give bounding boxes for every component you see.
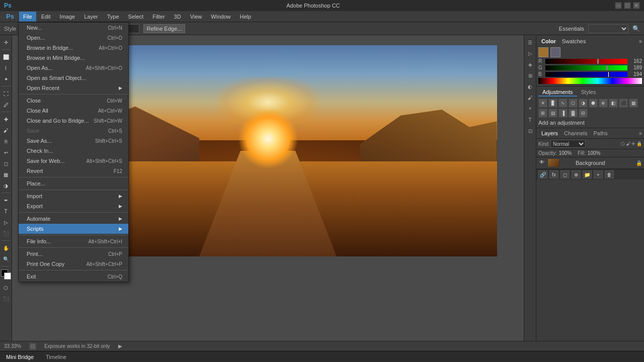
- menu-file-info[interactable]: File Info... Alt+Shift+Ctrl+I: [19, 236, 128, 246]
- menu-print[interactable]: Print... Ctrl+P: [19, 249, 128, 259]
- doc-size-icon[interactable]: □: [29, 343, 36, 350]
- menu-open-smart[interactable]: Open as Smart Object...: [19, 73, 128, 83]
- menu-view[interactable]: View: [186, 12, 206, 22]
- lock-all-icon[interactable]: 🔒: [636, 141, 642, 146]
- eyedropper-tool[interactable]: 🖉: [1, 100, 11, 110]
- color-spectrum[interactable]: [538, 78, 642, 84]
- lasso-tool[interactable]: ⌇: [1, 63, 11, 73]
- spot-heal-tool[interactable]: ✚: [1, 114, 11, 124]
- menu-open-recent[interactable]: Open Recent ▶: [19, 83, 128, 93]
- lock-position-icon[interactable]: ✛: [631, 141, 635, 146]
- adj-vibrance[interactable]: ◑: [579, 99, 588, 108]
- panel-icon-9[interactable]: ⊡: [525, 126, 535, 136]
- new-layer-btn[interactable]: +: [594, 170, 603, 178]
- menu-image[interactable]: Image: [56, 12, 79, 22]
- menu-close-all[interactable]: Close All Alt+Ctrl+W: [19, 106, 128, 116]
- panel-icon-2[interactable]: ▷: [525, 48, 535, 58]
- crop-tool[interactable]: ⛶: [1, 88, 11, 99]
- menu-filter[interactable]: Filter: [148, 12, 169, 22]
- gradient-tool[interactable]: ▦: [1, 169, 11, 179]
- menu-open[interactable]: Open... Ctrl+O: [19, 33, 128, 43]
- refine-edge-button[interactable]: Refine Edge...: [143, 24, 186, 33]
- color-tab[interactable]: Color: [538, 37, 559, 45]
- panel-icon-8[interactable]: T: [525, 115, 535, 125]
- dodge-tool[interactable]: ◑: [1, 180, 11, 191]
- panel-icon-3[interactable]: ◈: [525, 59, 535, 69]
- menu-type[interactable]: Type: [103, 12, 123, 22]
- adj-photo[interactable]: ⬛: [619, 99, 628, 108]
- opacity-value[interactable]: 100%: [559, 150, 572, 156]
- background-color[interactable]: [4, 273, 11, 280]
- lock-image-icon[interactable]: 🖌: [626, 141, 630, 146]
- adj-exposure[interactable]: ⬡: [569, 99, 578, 108]
- lock-transparent-icon[interactable]: ⬡: [621, 141, 625, 146]
- minimize-button[interactable]: –: [615, 2, 622, 9]
- adj-invert[interactable]: ⊞: [538, 109, 547, 118]
- clone-tool[interactable]: ⎘: [1, 136, 11, 146]
- add-mask-btn[interactable]: ◻: [560, 170, 570, 178]
- menu-import[interactable]: Import ▶: [19, 191, 128, 201]
- close-button[interactable]: ✕: [633, 2, 640, 9]
- panel-icon-6[interactable]: 🖌: [525, 93, 535, 103]
- adj-curves[interactable]: ∿: [558, 99, 568, 108]
- menu-save-web[interactable]: Save for Web... Alt+Shift+Ctrl+S: [19, 156, 128, 166]
- marquee-tool[interactable]: ⬜: [1, 52, 11, 62]
- adj-thresh[interactable]: ▐: [558, 109, 568, 118]
- menu-close-goto[interactable]: Close and Go to Bridge... Shift+Ctrl+W: [19, 116, 128, 126]
- brush-tool[interactable]: 🖌: [1, 125, 11, 135]
- color-panel-menu[interactable]: ≡: [639, 39, 642, 44]
- menu-browse-mini[interactable]: Browse in Mini Bridge...: [19, 53, 128, 63]
- menu-revert[interactable]: Revert F12: [19, 166, 128, 176]
- adj-colorbal[interactable]: ⊕: [599, 99, 608, 108]
- menu-save-as[interactable]: Save As... Shift+Ctrl+S: [19, 136, 128, 146]
- screen-mode-btn[interactable]: ⬛: [1, 294, 11, 304]
- timeline-tab[interactable]: Timeline: [44, 353, 68, 361]
- channels-tab[interactable]: Channels: [561, 129, 590, 137]
- layer-eye-icon[interactable]: 👁: [538, 159, 545, 166]
- new-adj-layer-btn[interactable]: ⊕: [572, 170, 581, 178]
- menu-scripts[interactable]: Scripts ▶: [19, 224, 128, 234]
- layers-menu-icon[interactable]: ≡: [639, 131, 642, 136]
- menu-layer[interactable]: Layer: [80, 12, 102, 22]
- zoom-tool[interactable]: 🔍: [1, 254, 11, 264]
- panel-icon-7[interactable]: ⌖: [525, 104, 535, 114]
- foreground-swatch[interactable]: [538, 47, 548, 57]
- menu-ps-logo[interactable]: Ps: [2, 12, 18, 22]
- blend-mode-select[interactable]: Normal: [550, 140, 586, 148]
- move-tool[interactable]: ✛: [1, 37, 11, 47]
- menu-3d[interactable]: 3D: [170, 12, 185, 22]
- menu-select[interactable]: Select: [124, 12, 148, 22]
- menu-exit[interactable]: Exit Ctrl+Q: [19, 272, 128, 282]
- menu-automate[interactable]: Automate ▶: [19, 214, 128, 224]
- panel-icon-1[interactable]: ☰: [525, 37, 535, 47]
- adj-brightness[interactable]: ☀: [538, 99, 547, 108]
- menu-open-as[interactable]: Open As... Alt+Shift+Ctrl+O: [19, 63, 128, 73]
- menu-print-one[interactable]: Print One Copy Alt+Shift+Ctrl+P: [19, 259, 128, 269]
- panel-icon-5[interactable]: ◐: [525, 81, 535, 92]
- delete-layer-btn[interactable]: 🗑: [605, 170, 614, 178]
- background-swatch[interactable]: [550, 47, 560, 57]
- layers-tab[interactable]: Layers: [538, 129, 561, 137]
- new-group-btn[interactable]: 📁: [583, 170, 592, 178]
- menu-help[interactable]: Help: [235, 12, 255, 22]
- add-style-btn[interactable]: fx: [549, 170, 558, 178]
- menu-check-in[interactable]: Check In...: [19, 146, 128, 156]
- r-slider[interactable]: [545, 59, 627, 64]
- paths-tab[interactable]: Paths: [591, 129, 611, 137]
- adj-levels[interactable]: ▊: [548, 99, 557, 108]
- search-icon[interactable]: 🔍: [632, 25, 640, 32]
- menu-file[interactable]: File: [19, 12, 36, 22]
- menu-window[interactable]: Window: [207, 12, 234, 22]
- menu-export[interactable]: Export ▶: [19, 201, 128, 211]
- b-slider[interactable]: [545, 72, 627, 77]
- menu-edit[interactable]: Edit: [37, 12, 55, 22]
- menu-close[interactable]: Close Ctrl+W: [19, 96, 128, 106]
- swatches-tab[interactable]: Swatches: [559, 37, 589, 45]
- adj-bw[interactable]: ◧: [609, 99, 618, 108]
- path-select-tool[interactable]: ▷: [1, 217, 11, 227]
- styles-tab[interactable]: Styles: [577, 88, 600, 97]
- hand-tool[interactable]: ✋: [1, 243, 11, 253]
- adj-gradient[interactable]: ▓: [569, 109, 578, 118]
- menu-new[interactable]: New... Ctrl+N: [19, 23, 128, 33]
- eraser-tool[interactable]: ◻: [1, 158, 11, 168]
